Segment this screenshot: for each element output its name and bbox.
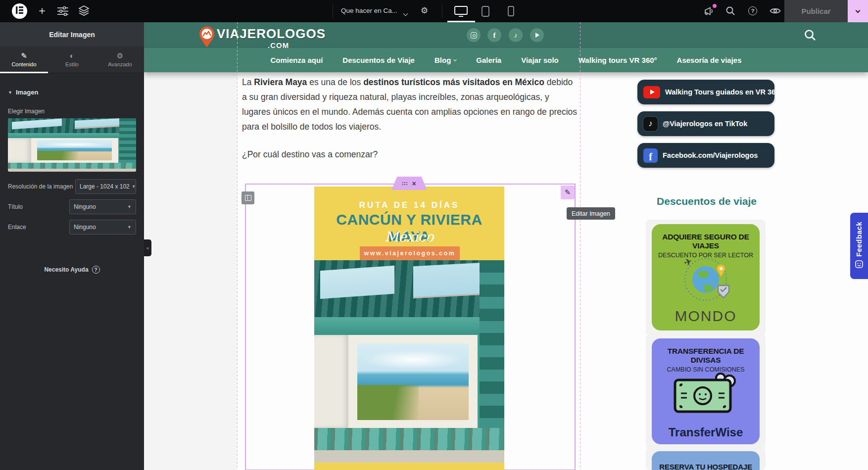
mondo-insurance-card[interactable]: ADQUIERE SEGURO DE VIAJES DESCUENTO POR … xyxy=(652,224,760,330)
nav-galeria[interactable]: Galería xyxy=(476,56,501,64)
section-guide-left xyxy=(237,22,238,470)
nav-comienza-aqui[interactable]: Comienza aquí xyxy=(270,56,323,64)
paragraph-question: ¿Por cuál destino vas a comenzar? xyxy=(242,147,579,162)
container-drag-handle[interactable]: × xyxy=(391,177,427,190)
topbar-divider xyxy=(333,4,333,18)
page-margin xyxy=(144,72,237,470)
article-text[interactable]: La Riviera Maya es una de los destinos t… xyxy=(242,75,579,175)
chevron-down-icon: ▼ xyxy=(127,204,132,209)
smiley-icon xyxy=(855,260,863,270)
preview-eye-icon[interactable] xyxy=(770,6,781,16)
pin-image-line3: México xyxy=(314,229,504,244)
pin-image-line1: RUTA DE 14 DÍAS xyxy=(314,200,504,210)
device-mobile-icon[interactable] xyxy=(508,6,514,16)
svg-text:✈: ✈ xyxy=(682,255,694,268)
window-photo xyxy=(314,260,504,463)
chevron-down-icon: ▼ xyxy=(132,184,136,189)
instagram-icon[interactable] xyxy=(467,28,481,42)
panel-collapse-handle[interactable]: « xyxy=(144,239,151,256)
paragraph-riviera: La Riviera Maya es una de los destinos t… xyxy=(242,75,579,134)
need-help-link[interactable]: Necesito Ayuda ? xyxy=(0,266,144,274)
chevron-down-icon: ▼ xyxy=(127,225,132,230)
column-icon xyxy=(245,195,251,201)
section-imagen-toggle[interactable]: ▼ Imagen xyxy=(8,89,38,96)
drag-dots-icon[interactable] xyxy=(402,182,407,185)
pin-image-bottom-strip xyxy=(314,463,504,470)
nav-blog[interactable]: Blog xyxy=(434,56,456,64)
elementor-topbar: + Que hacer en Ca... ⚙ ? xyxy=(0,0,868,22)
structure-layers-icon[interactable] xyxy=(78,5,90,16)
nav-walking-tours[interactable]: Walking tours VR 360° xyxy=(579,56,657,64)
youtube-icon[interactable] xyxy=(530,28,544,42)
pin-image-url-banner: www.viajerologos.com xyxy=(360,246,460,260)
resolution-label: Resolución de la imagen xyxy=(8,183,73,190)
elementor-menu-button[interactable] xyxy=(12,3,27,19)
whats-new-megaphone-icon[interactable] xyxy=(704,6,714,16)
tab-avanzado[interactable]: ⚙ Avanzado xyxy=(96,47,144,73)
site-settings-icon[interactable] xyxy=(57,6,68,16)
title-label: Título xyxy=(8,203,23,210)
link-select[interactable]: Ninguno▼ xyxy=(69,220,136,235)
close-icon[interactable]: × xyxy=(412,180,416,187)
choose-image-label: Elegir Imagen xyxy=(8,108,45,115)
tiktok-link-button[interactable]: ♪ @Viajerologos en TikTok xyxy=(637,111,774,136)
nav-asesoria[interactable]: Asesoría de viajes xyxy=(677,56,742,64)
edit-image-pencil-button[interactable]: ✎ xyxy=(561,186,575,199)
image-thumbnail-preview[interactable] xyxy=(8,118,136,172)
youtube-link-button[interactable]: Walking Tours guiados en VR 360° xyxy=(637,80,774,104)
link-label: Enlace xyxy=(8,224,26,231)
map-pin-logo-icon xyxy=(198,26,215,50)
transferwise-card[interactable]: TRANSFERENCIA DE DIVISAS CAMBIO SIN COMI… xyxy=(652,338,760,444)
nav-descuentos[interactable]: Descuentos de Viaje xyxy=(342,56,415,64)
elementor-logo-icon xyxy=(15,6,24,16)
help-icon[interactable]: ? xyxy=(748,6,757,15)
facebook-icon: f xyxy=(643,148,658,163)
panel-body: ▼ Imagen Elegir Imagen Resolución de la … xyxy=(0,73,144,470)
window-photo-thumb xyxy=(8,118,136,172)
tiktok-icon[interactable]: ♪ xyxy=(509,28,523,42)
youtube-icon xyxy=(643,86,660,98)
notification-dot xyxy=(713,4,717,8)
edit-image-tooltip: Editar Imagen xyxy=(567,207,615,220)
logo-text: VIAJEROLOGOS xyxy=(217,26,326,42)
facebook-icon[interactable]: f xyxy=(487,28,501,42)
hospedaje-card[interactable]: RESERVA TU HOSPEDAJE xyxy=(652,451,760,470)
facebook-link-button[interactable]: f Facebook.com/Viajerologos xyxy=(637,143,774,168)
device-tablet-icon[interactable] xyxy=(482,6,489,17)
feedback-tab[interactable]: Feedback xyxy=(850,213,868,279)
document-title[interactable]: Que hacer en Ca... xyxy=(341,7,395,14)
publish-options-chevron[interactable] xyxy=(848,0,868,22)
edit-image-panel: Editar Imagen ✎ Contenido ◐ Estilo ⚙ Ava… xyxy=(0,22,144,470)
resolution-select[interactable]: Large - 1024 x 102▼ xyxy=(75,179,136,194)
site-search-icon[interactable] xyxy=(804,29,817,42)
topbar-divider xyxy=(442,4,442,18)
tiktok-icon: ♪ xyxy=(643,117,658,131)
section-guide-right xyxy=(580,22,580,470)
site-header: VIAJEROLOGOS .COM f ♪ xyxy=(144,22,868,48)
discounts-heading: Descuentos de viaje xyxy=(620,195,793,207)
device-desktop-icon[interactable] xyxy=(454,6,468,17)
elementor-editor: + Que hacer en Ca... ⚙ ? xyxy=(0,0,868,470)
pencil-icon: ✎ xyxy=(21,52,27,60)
chevron-down-icon: ▼ xyxy=(8,90,12,95)
preview-canvas: VIAJEROLOGOS .COM f ♪ Comienza aquí Desc… xyxy=(144,22,868,470)
tab-estilo[interactable]: ◐ Estilo xyxy=(48,47,96,73)
publish-button[interactable]: Publicar xyxy=(784,0,848,22)
money-bill-illustration xyxy=(673,371,738,419)
help-icon: ? xyxy=(92,266,100,274)
nav-viajar-solo[interactable]: Viajar solo xyxy=(521,56,559,64)
gear-icon: ⚙ xyxy=(117,52,123,60)
add-element-button[interactable]: + xyxy=(36,4,48,17)
image-widget[interactable]: RUTA DE 14 DÍAS CANCÚN Y RIVIERA MAYA Mé… xyxy=(314,187,504,470)
style-contrast-icon: ◐ xyxy=(70,52,74,60)
globe-plane-illustration: ✈ xyxy=(678,255,733,304)
panel-title: Editar Imagen xyxy=(0,22,144,47)
document-switcher-chevron-icon[interactable] xyxy=(404,8,407,17)
page-settings-gear-icon[interactable]: ⚙ xyxy=(421,5,428,16)
active-device-indicator xyxy=(447,21,475,22)
tab-contenido[interactable]: ✎ Contenido xyxy=(0,47,48,73)
site-nav: Comienza aquí Descuentos de Viaje Blog G… xyxy=(144,48,868,72)
column-handle[interactable] xyxy=(241,191,254,204)
finder-search-icon[interactable] xyxy=(725,6,735,16)
title-select[interactable]: Ninguno▼ xyxy=(69,199,136,214)
